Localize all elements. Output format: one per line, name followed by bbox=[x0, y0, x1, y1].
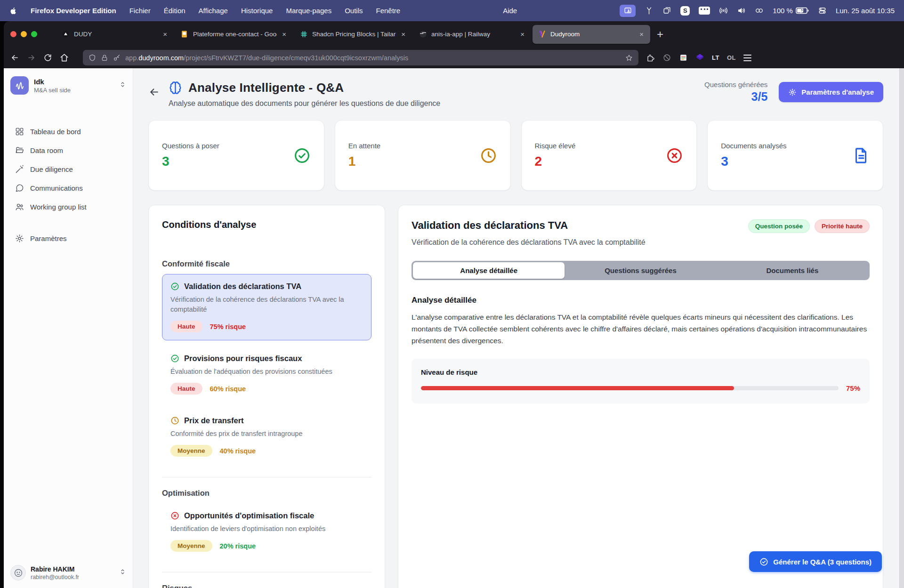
skype-icon[interactable]: S bbox=[680, 6, 690, 16]
group-optimisation: Optimisation bbox=[162, 489, 371, 498]
stat-card-documents: Documents analysés 3 bbox=[707, 120, 883, 191]
page-scrollbar[interactable] bbox=[899, 68, 904, 588]
workspace-switcher[interactable]: Idk M&A sell side bbox=[10, 76, 126, 95]
stat-card-risque-eleve: Risque élevé 2 bbox=[521, 120, 697, 191]
condition-item-prix-transfert[interactable]: Prix de transfert Conformité des prix de… bbox=[162, 408, 371, 465]
check-circle-icon bbox=[293, 147, 311, 164]
forward-icon[interactable] bbox=[27, 53, 36, 62]
brain-icon bbox=[169, 81, 182, 95]
volume-icon[interactable] bbox=[737, 6, 746, 15]
tab-close-icon[interactable]: × bbox=[162, 30, 168, 38]
sidebar-item-data-room[interactable]: Data room bbox=[10, 141, 126, 160]
tab-railway[interactable]: anis-ia-app | Railway × bbox=[413, 25, 531, 44]
generate-qa-button[interactable]: Générer le Q&A (3 questions) bbox=[749, 551, 882, 572]
tab-dudyroom-active[interactable]: Dudyroom × bbox=[533, 25, 650, 44]
adblock-icon[interactable] bbox=[662, 53, 671, 62]
apple-logo-icon[interactable] bbox=[9, 6, 17, 16]
minimize-window-button[interactable] bbox=[21, 31, 27, 37]
url-bar[interactable]: app.dudyroom.com/project/sFtrvKWZT7/due-… bbox=[83, 50, 638, 65]
tab-close-icon[interactable]: × bbox=[638, 30, 645, 38]
detail-tabs: Analyse détaillée Questions suggérées Do… bbox=[412, 261, 870, 280]
home-icon[interactable] bbox=[60, 53, 69, 62]
page-title: Analyse Intelligente - Q&A bbox=[188, 81, 344, 95]
menubar-app-name[interactable]: Firefox Developer Edition bbox=[31, 7, 116, 15]
menu-marque-pages[interactable]: Marque-pages bbox=[286, 7, 331, 15]
languagetool-icon[interactable]: LT bbox=[712, 54, 719, 61]
reload-icon[interactable] bbox=[43, 53, 52, 62]
menu-edition[interactable]: Édition bbox=[164, 7, 186, 15]
key-icon[interactable] bbox=[113, 54, 121, 62]
app-content: Idk M&A sell side Tableau de bord Data r… bbox=[4, 68, 904, 588]
menu-aide[interactable]: Aide bbox=[503, 7, 517, 15]
risk-percent: 60% risque bbox=[210, 385, 246, 393]
sidebar-item-label: Communications bbox=[30, 184, 83, 192]
menubar-clock[interactable]: Lun. 25 août 10:35 bbox=[836, 7, 895, 15]
menu-historique[interactable]: Historique bbox=[241, 7, 273, 15]
one-contact-favicon bbox=[181, 30, 189, 38]
extensions-puzzle-icon[interactable] bbox=[646, 53, 655, 62]
menu-outils[interactable]: Outils bbox=[345, 7, 363, 15]
zoom-window-button[interactable] bbox=[31, 31, 37, 37]
menu-hamburger-icon[interactable] bbox=[743, 55, 751, 61]
back-icon[interactable] bbox=[10, 53, 19, 62]
condition-item-validation-tva[interactable]: Validation des déclarations TVA Vérifica… bbox=[162, 274, 371, 340]
lock-icon[interactable] bbox=[101, 54, 108, 62]
sidebar-item-communications[interactable]: Communications bbox=[10, 178, 126, 197]
purple-extension-icon[interactable] bbox=[695, 53, 704, 62]
profile-badge[interactable]: OL bbox=[727, 54, 736, 61]
battery-status[interactable]: 100 % bbox=[773, 7, 809, 15]
link-icon[interactable] bbox=[755, 6, 764, 15]
sidebar-user[interactable]: Rabire HAKIM rabireh@outlook.fr bbox=[10, 565, 126, 580]
windows-icon[interactable] bbox=[662, 6, 671, 15]
x-circle-icon bbox=[666, 147, 683, 164]
notes-extension-icon[interactable] bbox=[679, 53, 688, 62]
menu-affichage[interactable]: Affichage bbox=[199, 7, 228, 15]
stat-label: En attente bbox=[348, 142, 380, 150]
control-center-icon[interactable] bbox=[818, 6, 827, 15]
bookmark-star-icon[interactable] bbox=[625, 54, 633, 62]
sidebar-item-label: Due diligence bbox=[30, 165, 73, 173]
users-icon bbox=[15, 202, 24, 211]
tab-documents-lies[interactable]: Documents liés bbox=[717, 262, 868, 279]
close-window-button[interactable] bbox=[10, 31, 16, 37]
tab-shadcn-tailark[interactable]: Shadcn Pricing Blocks | Tailark × bbox=[294, 25, 412, 44]
tab-close-icon[interactable]: × bbox=[519, 30, 525, 38]
user-email: rabireh@outlook.fr bbox=[31, 574, 79, 580]
detail-title: Validation des déclarations TVA bbox=[412, 219, 568, 232]
conditions-panel: Conditions d'analyse Conformité fiscale … bbox=[148, 205, 385, 588]
tab-analyse-detaillee[interactable]: Analyse détaillée bbox=[413, 262, 565, 279]
new-tab-button[interactable]: + bbox=[657, 28, 663, 41]
menu-fenetre[interactable]: Fenêtre bbox=[376, 7, 400, 15]
tab-close-icon[interactable]: × bbox=[400, 30, 406, 38]
tab-close-icon[interactable]: × bbox=[281, 30, 287, 38]
tab-dudy[interactable]: DUDY × bbox=[56, 25, 174, 44]
group-risques: Risques bbox=[162, 584, 371, 588]
back-button[interactable] bbox=[148, 86, 160, 100]
sidebar-item-working-group-list[interactable]: Working group list bbox=[10, 197, 126, 216]
user-caret-icon[interactable] bbox=[119, 568, 126, 577]
stat-value: 3 bbox=[162, 154, 219, 169]
keyboard-icon[interactable] bbox=[699, 7, 710, 15]
tab-strip: DUDY × Plateforme one-contact - Googl × … bbox=[56, 21, 650, 47]
tab-title: Shadcn Pricing Blocks | Tailark bbox=[312, 31, 396, 38]
shortcuts-icon[interactable] bbox=[645, 6, 654, 15]
sidebar-item-parametres[interactable]: Paramètres bbox=[10, 229, 126, 248]
section-divider bbox=[162, 477, 371, 477]
menu-fichier[interactable]: Fichier bbox=[129, 7, 151, 15]
tab-one-contact[interactable]: Plateforme one-contact - Googl × bbox=[175, 25, 293, 44]
tab-questions-suggerees[interactable]: Questions suggérées bbox=[565, 262, 716, 279]
condition-item-opportunites[interactable]: Opportunités d'optimisation fiscale Iden… bbox=[162, 503, 371, 560]
sidebar-item-tableau-de-bord[interactable]: Tableau de bord bbox=[10, 122, 126, 141]
macos-menubar: Firefox Developer Edition Fichier Éditio… bbox=[0, 0, 904, 21]
condition-item-provisions[interactable]: Provisions pour risques fiscaux Évaluati… bbox=[162, 346, 371, 403]
browser-navbar: app.dudyroom.com/project/sFtrvKWZT7/due-… bbox=[4, 47, 904, 68]
workspace-caret-icon[interactable] bbox=[119, 81, 126, 90]
clock-icon bbox=[480, 147, 497, 164]
url-text[interactable]: app.dudyroom.com/project/sFtrvKWZT7/due-… bbox=[125, 54, 408, 62]
analysis-settings-button[interactable]: Paramètres d'analyse bbox=[779, 82, 883, 102]
shield-icon[interactable] bbox=[89, 54, 96, 62]
screen-mirroring-icon[interactable] bbox=[620, 5, 636, 17]
airdrop-icon[interactable] bbox=[719, 6, 728, 15]
sidebar-item-due-diligence[interactable]: Due diligence bbox=[10, 160, 126, 178]
dashboard-icon bbox=[15, 127, 24, 136]
